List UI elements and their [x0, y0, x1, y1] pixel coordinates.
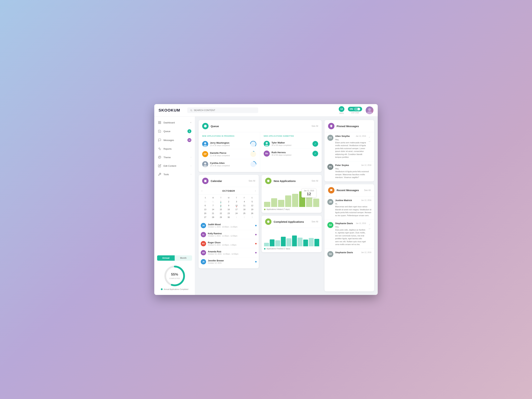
event-info: Jennifer Brewer October 12, 2015 [208, 260, 255, 264]
queue-info: Tyler Walker 36 of 36 steps completed [272, 141, 312, 146]
cal-day[interactable]: 24 [233, 212, 240, 215]
calendar-see-all[interactable]: See All [249, 180, 255, 182]
cal-day[interactable]: 2 [225, 200, 232, 203]
sidebar-item-label-reports: Reports [164, 147, 172, 150]
progress-pie [250, 151, 256, 157]
queue-item[interactable]: DP Danielle Pierce 11 of 36 steps comple… [202, 149, 256, 159]
check-action-btn[interactable]: ✓ [368, 223, 371, 226]
cal-day[interactable]: 10 [233, 204, 240, 207]
cal-day[interactable]: 2 [241, 215, 248, 219]
donut-wrapper: 55% COMPLETED [164, 265, 185, 287]
chevron-right-icon-edit: › [191, 165, 191, 167]
cal-day[interactable]: 16 [225, 208, 232, 211]
queue-see-all[interactable]: See All [311, 125, 318, 127]
queue-body: NEW APPLICATIONS IN PROGRESS Jerry Washi… [199, 132, 322, 172]
sidebar-item-theme[interactable]: Theme › [154, 153, 195, 162]
message-text: Hey,Duis justo odio, dapibus ac facilisi… [335, 225, 366, 246]
annual-toggle-btn[interactable]: Annual [157, 255, 175, 261]
calendar-event[interactable]: RO Roger Olson October 8, 2015 · 12:00pm… [201, 239, 257, 248]
calendar-event[interactable]: JB Jennifer Brewer October 12, 2015 [201, 257, 257, 266]
sidebar-item-label-queue: Queue [164, 130, 171, 133]
cal-day[interactable]: 23 [225, 212, 232, 215]
cal-day[interactable]: 3 [248, 215, 256, 219]
cal-day[interactable]: 9 [225, 204, 232, 207]
completed-apps-see-all[interactable]: See All [311, 221, 318, 223]
cal-day[interactable]: 4 [241, 200, 248, 203]
event-info: Amanda Ruiz October 10, 2015 · 11:00am -… [208, 250, 255, 255]
queue-steps: 36 of 36 steps completed [272, 144, 312, 146]
cal-day[interactable]: 29 [217, 215, 224, 219]
alerts-badge[interactable]: 14 [339, 106, 344, 112]
sidebar-item-dashboard[interactable]: Dashboard ▾ [154, 118, 195, 127]
cal-day[interactable]: 30 [202, 200, 209, 203]
cal-day[interactable]: 12 [248, 204, 256, 207]
new-apps-see-all[interactable]: See All [311, 180, 318, 182]
reply-action-btn[interactable]: ↩ [368, 140, 371, 143]
message-date: Jan 12, 2016 [356, 222, 366, 224]
check-action-btn[interactable]: ✓ [368, 135, 371, 139]
queue-item[interactable]: Jerry Washington 23 of 36 steps complete… [202, 139, 256, 149]
cal-day[interactable]: 28 [209, 215, 217, 219]
svg-point-2 [368, 108, 371, 111]
prev-month-btn[interactable]: ‹ [202, 189, 202, 192]
recent-see-all[interactable]: See All [364, 189, 371, 191]
message-header: Stephanie Davis Jan 12, 2016 [335, 251, 371, 254]
cal-day[interactable]: 26 [248, 212, 256, 215]
new-apps-header: New Applications See All [262, 175, 322, 187]
cal-day[interactable]: 6 [202, 204, 209, 207]
sidebar-item-messages[interactable]: Messages 13 [154, 136, 195, 145]
cal-day[interactable]: 13 [202, 208, 209, 211]
messages-icon [158, 138, 161, 142]
search-input[interactable] [194, 109, 255, 112]
sidebar-bottom: Annual Month 55% COMPLETED [154, 253, 195, 295]
cal-day[interactable]: 8 [217, 204, 224, 207]
queue-card-title: Queue [211, 125, 219, 128]
calendar-nav: ‹ OCTOBER › [199, 187, 259, 195]
cal-day[interactable]: 3 [233, 200, 240, 203]
cal-day[interactable]: 22 [217, 212, 224, 215]
avatar[interactable] [366, 106, 374, 114]
cal-day[interactable]: 1 [233, 215, 240, 219]
message-avatar: Sd [327, 222, 333, 228]
svg-rect-7 [160, 123, 161, 124]
queue-name: Danielle Pierce [210, 152, 250, 154]
cal-day[interactable]: 7 [209, 204, 217, 207]
calendar-event[interactable]: JW Judith Wood October 1, 2015 · 10:00am… [201, 221, 257, 230]
queue-steps: 36 of 36 steps completed [272, 154, 312, 156]
queue-item[interactable]: Cynthia Allen 18 of 36 steps completed [202, 159, 256, 169]
calendar-event[interactable]: AR Amanda Ruiz October 10, 2015 · 11:00a… [201, 248, 257, 257]
svg-rect-4 [158, 121, 159, 122]
calendar-event[interactable]: Kr Kelly Ramirez October 1, 2015 · 11:00… [201, 230, 257, 239]
cal-day[interactable]: 5 [248, 200, 256, 203]
reply-action-btn[interactable]: ↩ [368, 227, 371, 231]
cal-day[interactable]: 30 [225, 215, 232, 219]
search-bar[interactable] [187, 108, 258, 113]
c-bar [309, 238, 314, 246]
cal-day[interactable]: 31 [209, 200, 217, 203]
month-toggle-btn[interactable]: Month [175, 255, 192, 261]
cal-day[interactable]: 21 [209, 212, 217, 215]
queue-item[interactable]: Tyler Walker 36 of 36 steps completed ✓ [264, 139, 318, 149]
cal-day[interactable]: 17 [233, 208, 240, 211]
sidebar-item-reports[interactable]: Reports [154, 145, 195, 153]
cal-day[interactable]: 1 [217, 200, 224, 203]
toggle-switch[interactable] [354, 108, 360, 111]
sidebar-item-edit-content[interactable]: Edit Content › [154, 162, 195, 170]
next-month-btn[interactable]: › [255, 189, 256, 192]
event-time: October 1, 2015 · 11:00am - 12:00pm [208, 235, 255, 237]
cal-day[interactable]: 14 [209, 208, 217, 211]
cal-day[interactable]: 20 [202, 212, 209, 215]
cal-day[interactable]: 19 [248, 208, 256, 211]
cal-day[interactable]: 15 [217, 208, 224, 211]
queue-item[interactable]: Rh Ruth Herrera 36 of 36 steps completed… [264, 149, 318, 158]
cal-day[interactable]: 11 [241, 204, 248, 207]
sidebar-item-tools[interactable]: Tools › [154, 170, 195, 178]
event-info: Kelly Ramirez October 1, 2015 · 11:00am … [208, 232, 255, 237]
live-chat-toggle[interactable]: ON [348, 107, 362, 111]
cal-day[interactable]: 25 [241, 212, 248, 215]
cal-day[interactable]: 27 [202, 215, 209, 219]
legend-dot-green [264, 209, 266, 210]
cal-day[interactable]: 18 [241, 208, 248, 211]
c-bar [281, 237, 286, 246]
sidebar-item-queue[interactable]: Queue 1 [154, 127, 195, 136]
